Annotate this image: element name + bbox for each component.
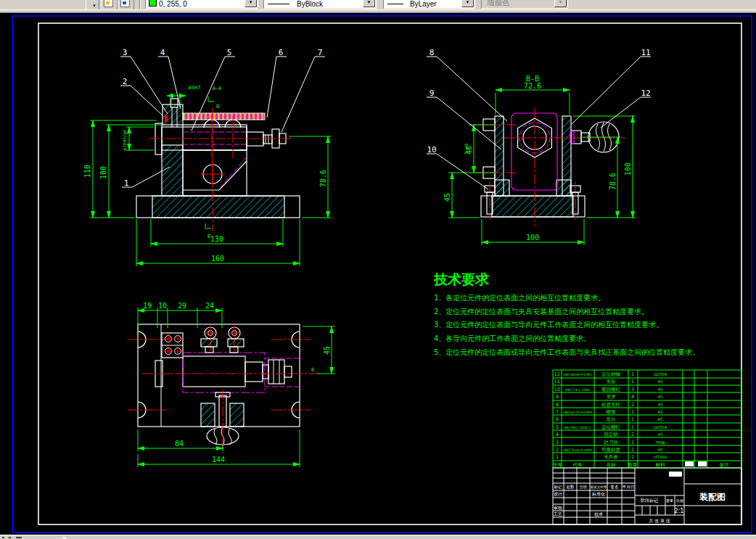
dim-label: ø20H7/g6 — [122, 129, 128, 150]
layer-color-icon — [106, 1, 110, 4]
dim-label: 100 — [624, 162, 632, 176]
linetype-sample-icon — [268, 4, 289, 4]
title-block-label: 分区 — [580, 485, 588, 489]
bom-cell: 1 — [631, 454, 634, 460]
bom-cell: 7 — [556, 409, 559, 415]
bom-cell: GB/T801-2000-C — [564, 426, 591, 429]
balloon-number: 12 — [641, 89, 650, 98]
balloon-number: 1 — [124, 178, 129, 188]
toolbar-separator — [139, 0, 141, 9]
bom-cell: 1 — [631, 409, 634, 415]
title-block-label: 审核 — [554, 505, 562, 510]
make-object-layer-current-button[interactable] — [101, 0, 118, 9]
bom-cell: 4 — [631, 394, 634, 400]
bom-weight-cell — [685, 461, 694, 466]
dim-label: 110 — [83, 165, 91, 178]
status-mark — [2, 537, 4, 538]
title-block-label: 标准化 — [591, 491, 605, 497]
plotstyle-value: 随颜色 — [488, 0, 509, 8]
dim-label: 100 — [99, 166, 107, 179]
title-block-mark-cell — [669, 472, 682, 477]
bom-cell: 1 — [631, 440, 634, 445]
title-block-label: 工艺 — [554, 511, 562, 517]
dim-label: 29 — [178, 302, 186, 310]
bom-cell: 45 — [658, 379, 663, 384]
balloon-number: 5 — [227, 48, 232, 57]
dim-label: 160 — [211, 255, 224, 263]
dim-label: 45 — [443, 193, 451, 202]
bom-cell: 9 — [556, 394, 559, 400]
bom-cell: 8 — [556, 402, 559, 408]
bom-cell: 1 — [631, 424, 634, 430]
bom-cell: 紧固螺钉 — [601, 387, 621, 392]
bom-cell: 支架 — [607, 379, 617, 384]
title-block-label: 批准 — [594, 511, 603, 517]
bom-cell: 45 — [658, 448, 663, 452]
bom-header: 代号 — [572, 462, 583, 468]
dim-label: 45 — [323, 346, 331, 355]
dim-label: 5-ø8 — [464, 143, 469, 154]
status-mark — [9, 537, 11, 538]
balloon-number: 2 — [123, 77, 128, 86]
title-block-label: 阶段标记 — [641, 498, 658, 503]
title-block-label: 比例 — [676, 498, 683, 503]
bom-cell: 1 — [556, 454, 559, 460]
chevron-down-icon: ▼ — [92, 4, 96, 8]
title-block-label: 年月日 — [623, 485, 635, 490]
side-view: B-B 72.6 100 78.6 46 45 5-ø8 100 8 11 9 — [427, 48, 651, 245]
balloon-number: 11 — [641, 48, 650, 57]
chevron-down-icon[interactable]: ▼ — [363, 0, 375, 7]
color-value: 0, 255, 0 — [159, 0, 187, 8]
bom-cell: 45 — [658, 403, 663, 407]
bom-cell: 可换钻套 — [601, 447, 621, 453]
bom-header: 序号 — [553, 462, 563, 468]
tech-requirement-item: 1、各定位元件的定位表面之间的相互位置精度要求。 — [434, 294, 605, 302]
balloon-number: 8 — [430, 48, 435, 57]
side-view-dimensions: B-B 72.6 100 78.6 46 45 5-ø8 100 — [443, 75, 636, 245]
chevron-down-icon[interactable]: ▼ — [461, 0, 474, 7]
dim-label: 19 — [143, 302, 152, 310]
bom-cell: 固定销 — [604, 432, 618, 437]
bom-cell: T8钢 — [655, 440, 665, 445]
section-mark: B — [216, 104, 219, 110]
properties-toolbar: ▼ 0, 255, 0 ▼ ByBlock ▼ ByLayer ▼ 随颜色 ▼ — [0, 0, 756, 9]
linetype-combobox[interactable]: ByBlock ▼ — [263, 0, 377, 9]
bom-cell: Q235A — [654, 425, 667, 429]
bom-cell: 螺母 — [607, 409, 617, 415]
front-view: 110 100 ø20H7/g6 ø5H7 A-A B B 78.6 130 1… — [83, 48, 331, 266]
bom-cell: 2 — [631, 432, 634, 437]
bom-cell: 1 — [631, 379, 634, 384]
title-block-label: 设计 — [554, 491, 562, 496]
bom-weight-cell — [698, 461, 707, 466]
lineweight-combobox[interactable]: ByLayer ▼ — [383, 0, 475, 9]
drawing-canvas[interactable]: 110 100 ø20H7/g6 ø5H7 A-A B B 78.6 130 1… — [0, 0, 756, 539]
drawing-title: 装配图 — [699, 492, 726, 502]
toolbar-edge — [0, 9, 756, 13]
status-mark — [62, 537, 66, 538]
bom-cell: 2 — [631, 402, 634, 408]
bom-cell: 2 — [556, 447, 559, 453]
title-block-label: 处数 — [567, 485, 575, 490]
color-combobox[interactable]: 0, 255, 0 ▼ — [145, 0, 258, 9]
dim-label: 130 — [210, 235, 223, 243]
dim-label: 78.6 — [319, 170, 327, 187]
layer-previous-button[interactable] — [118, 0, 134, 9]
status-bar — [0, 535, 756, 539]
bom-cell: 45 — [658, 387, 663, 392]
plotstyle-combobox: 随颜色 ▼ — [481, 0, 568, 9]
balloon-number: 7 — [318, 48, 323, 57]
front-view-dimensions: 110 100 ø20H7/g6 ø5H7 A-A B B 78.6 130 1… — [83, 85, 331, 266]
section-label: A-A — [213, 86, 222, 91]
bom-header: 材料 — [655, 462, 666, 468]
tech-requirement-item: 4、各导向元件的工作表面之间的位置精度要求。 — [434, 334, 591, 342]
lineweight-sample-icon — [387, 4, 403, 4]
dim-label: 144 — [212, 456, 225, 464]
title-block-label: 标记 — [554, 485, 563, 490]
bom-cell: 10 — [554, 387, 560, 392]
layer-dropdown-arrow[interactable]: ▼ — [86, 0, 99, 9]
bom-header: 数量 — [628, 462, 638, 468]
balloon-number: 6 — [279, 48, 284, 57]
bom-cell: GB/T6170.9-1999 — [563, 411, 592, 414]
bom-cell: GB/T74.1-2000 — [565, 388, 590, 392]
chevron-down-icon[interactable]: ▼ — [245, 0, 257, 7]
